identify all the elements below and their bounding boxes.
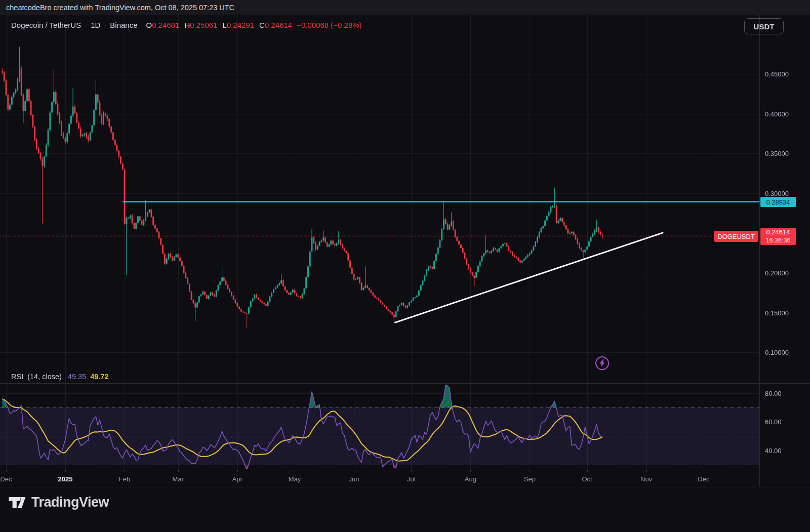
rsi-params: (14, close)	[27, 373, 62, 381]
time-axis-label: Dec	[0, 475, 12, 483]
ohlc-row: O0.24681H0.25061L0.24291C0.24614	[146, 21, 293, 29]
time-axis-label: Apr	[232, 475, 242, 483]
price-axis-label: 0.30000	[765, 189, 789, 197]
ohlc-item: L0.24291	[223, 21, 255, 29]
last-price-symbol-pill: DOGEUSDT	[714, 231, 758, 242]
time-axis-label: Nov	[640, 475, 652, 483]
price-axis-label: 0.20000	[765, 269, 789, 277]
time-axis-label: Mar	[173, 475, 184, 483]
rsi-axis-label: 40.00	[765, 446, 782, 454]
lightning-icon[interactable]	[595, 356, 609, 370]
price-axis-label: 0.40000	[765, 110, 789, 117]
price-axis-label: 0.10000	[765, 349, 789, 356]
symbol-info-bar[interactable]: Dogecoin / TetherUS · 1D · Binance O0.24…	[11, 21, 362, 29]
separator-dot: ·	[104, 21, 106, 29]
time-axis-label: Oct	[582, 475, 592, 483]
price-axis-label: 0.35000	[765, 150, 789, 157]
bar-countdown: 16:36:36	[766, 236, 791, 244]
interval-label[interactable]: 1D	[91, 21, 100, 29]
tradingview-logo-icon	[8, 495, 26, 510]
tradingview-window: cheatcodeBro created with TradingView.co…	[0, 0, 810, 532]
price-axis-label: 0.15000	[765, 309, 789, 316]
lightning-bolt-glyph	[599, 359, 605, 367]
ohlc-item: H0.25061	[184, 21, 217, 29]
change-label: −0.00068 (−0.28%)	[297, 21, 361, 29]
attribution-text: cheatcodeBro created with TradingView.co…	[6, 4, 234, 12]
rsi-ma-value: 49.72	[90, 373, 108, 381]
last-price-badge: 0.24614 16:36:36	[760, 228, 796, 245]
time-axis-label: Sep	[524, 475, 536, 483]
resistance-price-badge: 0.28934	[760, 197, 796, 207]
rsi-value: 49.35	[68, 373, 86, 381]
symbol-name[interactable]: Dogecoin / TetherUS	[11, 21, 81, 29]
time-axis-label: 2025	[58, 475, 73, 483]
tradingview-logo[interactable]: TradingView	[8, 495, 109, 510]
exchange-label: Binance	[110, 21, 137, 29]
time-axis-label: Feb	[119, 475, 130, 483]
time-axis-label: May	[289, 475, 301, 483]
ohlc-item: O0.24681	[146, 21, 180, 29]
rsi-title[interactable]: RSI	[11, 373, 23, 381]
currency-toggle-button[interactable]: USDT	[744, 18, 784, 34]
time-axis-label: Aug	[465, 475, 476, 483]
attribution-bar: cheatcodeBro created with TradingView.co…	[0, 0, 810, 15]
time-axis-label: Jul	[407, 475, 416, 483]
last-price-value: 0.24614	[766, 228, 790, 236]
separator-dot: ·	[85, 21, 87, 29]
price-axis-label: 0.45000	[765, 70, 789, 78]
ohlc-item: C0.24614	[259, 21, 292, 29]
rsi-axis-label: 80.00	[765, 389, 782, 397]
rsi-header[interactable]: RSI (14, close) 49.35 49.72	[11, 373, 108, 381]
time-axis-label: Dec	[698, 475, 709, 483]
chart-canvas[interactable]	[0, 0, 810, 532]
time-axis-label: Jun	[349, 475, 359, 483]
rsi-axis-label: 60.00	[765, 418, 782, 426]
tradingview-logo-text: TradingView	[31, 495, 109, 510]
